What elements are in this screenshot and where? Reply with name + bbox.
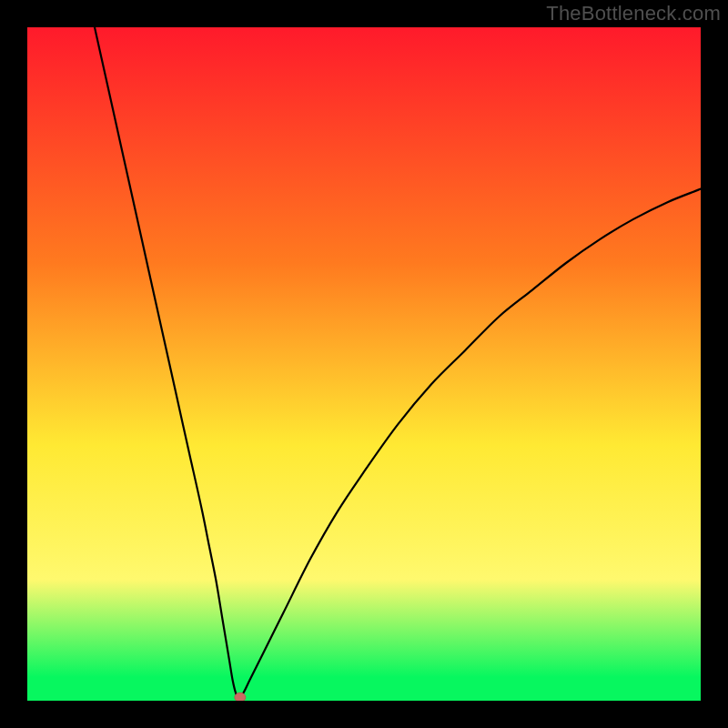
bottleneck-chart bbox=[27, 27, 701, 701]
minimum-marker bbox=[235, 693, 246, 701]
watermark-text: TheBottleneck.com bbox=[546, 2, 721, 25]
chart-background bbox=[27, 27, 701, 701]
chart-frame: TheBottleneck.com bbox=[0, 0, 728, 728]
